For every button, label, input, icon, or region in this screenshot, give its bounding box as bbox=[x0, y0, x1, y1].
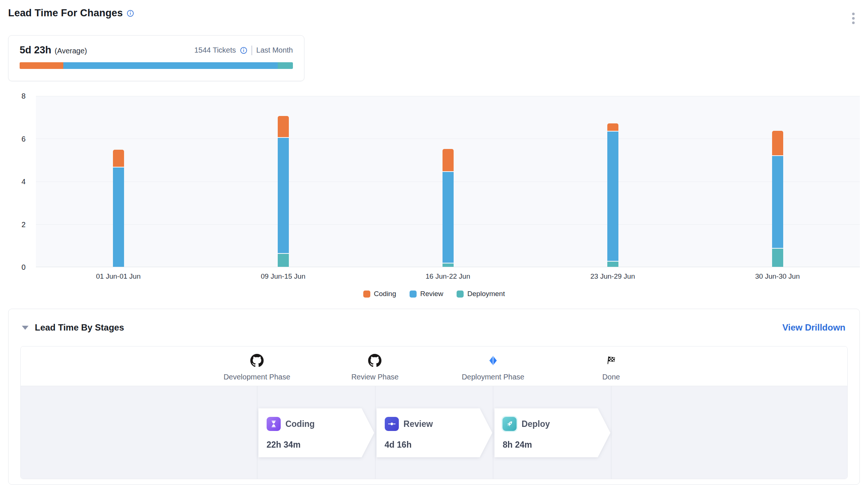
view-drilldown-link[interactable]: View Drilldown bbox=[782, 322, 845, 333]
x-axis-tick-label: 30 Jun-30 Jun bbox=[755, 272, 799, 281]
stage-card-title: Review bbox=[404, 419, 433, 429]
bar-segment-review bbox=[113, 167, 124, 267]
legend-item-review[interactable]: Review bbox=[410, 290, 443, 298]
tickets-count: 1544 Tickets bbox=[194, 46, 236, 54]
bar-segment-deployment bbox=[443, 263, 454, 267]
legend-swatch bbox=[457, 291, 464, 298]
commit-icon bbox=[385, 417, 399, 431]
column-divider bbox=[611, 386, 611, 479]
y-axis-tick-label: 8 bbox=[21, 92, 26, 100]
legend-label: Coding bbox=[374, 290, 396, 298]
lead-time-widget: Lead Time For Changes 5d 23h (Average) 1… bbox=[0, 0, 868, 501]
hourglass-icon bbox=[267, 417, 281, 431]
legend-item-coding[interactable]: Coding bbox=[363, 290, 396, 298]
average-label: (Average) bbox=[55, 47, 87, 55]
x-axis-tick-label: 16 Jun-22 Jun bbox=[425, 272, 470, 281]
bar-segment-coding bbox=[772, 131, 783, 155]
x-axis-tick-label: 09 Jun-15 Jun bbox=[261, 272, 305, 281]
x-axis-tick-label: 23 Jun-29 Jun bbox=[590, 272, 635, 281]
deployment-diamond-icon bbox=[487, 354, 498, 367]
legend-label: Deployment bbox=[467, 290, 505, 298]
column-divider bbox=[493, 386, 493, 479]
rocket-icon bbox=[503, 417, 517, 431]
column-divider bbox=[257, 386, 257, 479]
bar-group-5[interactable] bbox=[772, 96, 783, 267]
phase-review: Review Phase bbox=[351, 354, 399, 381]
distribution-segment-coding bbox=[20, 62, 63, 69]
stage-duration: 22h 34m bbox=[267, 440, 374, 450]
phase-development: Development Phase bbox=[224, 354, 290, 381]
stage-duration: 8h 24m bbox=[503, 440, 610, 450]
bar-segment-deployment bbox=[772, 249, 783, 267]
stage-card-title: Deploy bbox=[521, 419, 550, 429]
stage-card-coding: Coding 22h 34m bbox=[258, 408, 374, 457]
bar-segment-review bbox=[278, 138, 289, 253]
summary-distribution-bar bbox=[20, 62, 293, 69]
vertical-divider bbox=[251, 46, 252, 55]
y-axis-tick-label: 4 bbox=[21, 177, 26, 186]
phase-label: Development Phase bbox=[224, 373, 290, 381]
github-icon bbox=[250, 354, 264, 367]
info-icon[interactable] bbox=[240, 47, 247, 54]
legend-swatch bbox=[410, 291, 417, 298]
bar-segment-coding bbox=[443, 149, 454, 172]
info-icon[interactable] bbox=[127, 10, 134, 17]
stage-card-deploy: Deploy 8h 24m bbox=[494, 408, 610, 457]
bar-segment-review bbox=[607, 132, 618, 261]
x-axis-tick-label: 01 Jun-01 Jun bbox=[96, 272, 140, 281]
phase-done: Done bbox=[602, 354, 620, 381]
distribution-segment-deployment bbox=[278, 62, 293, 69]
stages-table-body: Coding 22h 34m bbox=[21, 386, 847, 479]
average-lead-time-value: 5d 23h bbox=[20, 44, 51, 56]
stage-card-title: Coding bbox=[286, 419, 315, 429]
stages-panel-header: Lead Time By Stages View Drilldown bbox=[9, 309, 859, 346]
bar-group-1[interactable] bbox=[113, 96, 124, 267]
bar-segment-coding bbox=[278, 116, 289, 137]
column-divider bbox=[375, 386, 375, 479]
bar-segment-coding bbox=[607, 123, 618, 131]
checkered-flag-icon bbox=[606, 354, 616, 367]
summary-card: 5d 23h (Average) 1544 Tickets Last Month bbox=[8, 35, 304, 81]
plot-area bbox=[36, 96, 860, 267]
phase-label: Deployment Phase bbox=[462, 373, 524, 381]
bar-segment-review bbox=[443, 172, 454, 263]
lead-time-chart: 86420 01 Jun-01 Jun09 Jun-15 Jun16 Jun-2… bbox=[8, 96, 860, 301]
github-icon bbox=[368, 354, 382, 367]
kebab-menu-button[interactable] bbox=[847, 9, 860, 28]
stages-table: Development Phase Review Phase bbox=[20, 346, 848, 479]
legend-swatch bbox=[363, 291, 370, 298]
lead-time-by-stages-panel: Lead Time By Stages View Drilldown Devel… bbox=[8, 309, 860, 485]
period-label: Last Month bbox=[256, 46, 293, 54]
bar-group-2[interactable] bbox=[278, 96, 289, 267]
collapse-caret-icon[interactable] bbox=[22, 326, 29, 330]
phase-label: Done bbox=[602, 373, 620, 381]
legend-item-deployment[interactable]: Deployment bbox=[457, 290, 505, 298]
phase-label: Review Phase bbox=[351, 373, 399, 381]
stage-duration: 4d 16h bbox=[385, 440, 493, 450]
stages-section-title: Lead Time By Stages bbox=[35, 322, 124, 333]
y-axis-tick-label: 0 bbox=[21, 263, 26, 272]
bar-segment-deployment bbox=[607, 262, 618, 267]
bar-group-3[interactable] bbox=[443, 96, 454, 267]
stage-card-review: Review 4d 16h bbox=[377, 408, 493, 457]
page-title: Lead Time For Changes bbox=[8, 7, 123, 19]
chart-legend: CodingReviewDeployment bbox=[8, 287, 860, 301]
bar-segment-deployment bbox=[278, 254, 289, 267]
bar-group-4[interactable] bbox=[607, 96, 618, 267]
y-axis: 86420 bbox=[8, 96, 36, 267]
legend-label: Review bbox=[420, 290, 443, 298]
x-axis: 01 Jun-01 Jun09 Jun-15 Jun16 Jun-22 Jun2… bbox=[36, 267, 860, 285]
widget-header: Lead Time For Changes bbox=[8, 7, 860, 28]
bar-segment-coding bbox=[113, 150, 124, 167]
distribution-segment-review bbox=[63, 62, 278, 69]
y-axis-tick-label: 6 bbox=[21, 135, 26, 143]
y-axis-tick-label: 2 bbox=[21, 220, 26, 229]
phase-deployment: Deployment Phase bbox=[462, 354, 524, 381]
stages-table-header: Development Phase Review Phase bbox=[21, 346, 847, 386]
bar-segment-review bbox=[772, 156, 783, 248]
